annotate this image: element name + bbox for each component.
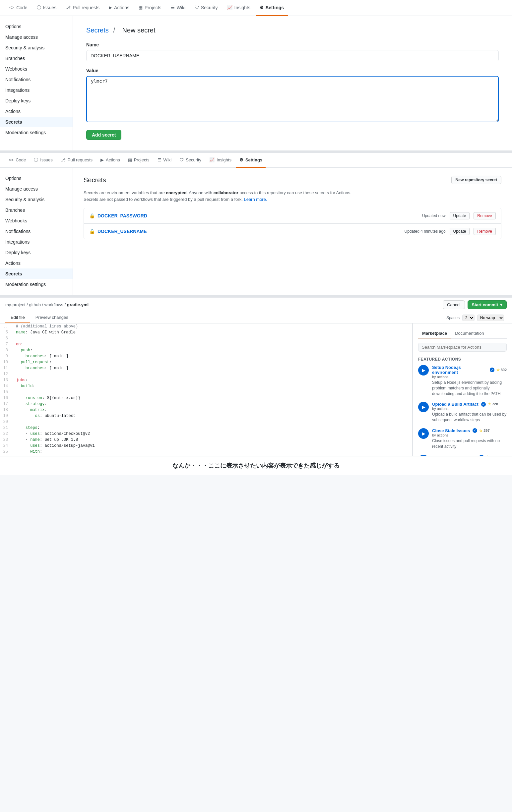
content-area-s1: Options Manage access Security & analysi… bbox=[0, 16, 512, 150]
wrap-select[interactable]: No wrapSoft wrap bbox=[477, 315, 504, 321]
learn-more-link[interactable]: Learn more. bbox=[244, 197, 267, 202]
remove-button-2[interactable]: Remove bbox=[474, 228, 496, 235]
code-line-9: 9 branches: [ main ] bbox=[0, 353, 412, 359]
section-secrets-list: <> Code ⓘ Issues ⎇ Pull requests ▶ Actio… bbox=[0, 153, 512, 298]
sidebar2-security-analysis[interactable]: Security & analysis bbox=[0, 194, 73, 205]
sidebar2-deploy-keys[interactable]: Deploy keys bbox=[0, 247, 73, 258]
add-secret-button[interactable]: Add secret bbox=[86, 130, 121, 140]
tab-documentation[interactable]: Documentation bbox=[451, 329, 488, 338]
nav-settings[interactable]: ⚙ Settings bbox=[256, 0, 288, 16]
sidebar2-secrets[interactable]: Secrets bbox=[0, 268, 73, 279]
remove-button-1[interactable]: Remove bbox=[474, 212, 496, 220]
content-area-s2: Options Manage access Security & analysi… bbox=[0, 168, 512, 295]
sidebar-branches[interactable]: Branches bbox=[0, 53, 73, 64]
nav2-settings[interactable]: ⚙ Settings bbox=[236, 153, 266, 168]
nav2-security[interactable]: 🛡 Security bbox=[176, 153, 205, 168]
verified-badge-2: ✓ bbox=[481, 402, 486, 407]
security-icon: 🛡 bbox=[195, 5, 199, 10]
action-name-1: Setup Node.js environment bbox=[432, 365, 487, 375]
sidebar-manage-access[interactable]: Manage access bbox=[0, 32, 73, 42]
code-editor[interactable]: ... # (additional lines above) 5 name: J… bbox=[0, 323, 413, 456]
nav-code[interactable]: <> Code bbox=[5, 0, 31, 16]
bottom-text: なんか・・・ここに表示させたい内容が表示できた感じがする bbox=[0, 456, 512, 475]
nav-actions[interactable]: ▶ Actions bbox=[105, 0, 133, 16]
code-line-15: 15 bbox=[0, 389, 412, 395]
sidebar-notifications[interactable]: Notifications bbox=[0, 74, 73, 85]
name-label: Name bbox=[86, 42, 499, 48]
sidebar-deploy-keys[interactable]: Deploy keys bbox=[0, 95, 73, 106]
star-icon-1: ☆ bbox=[496, 368, 500, 372]
pr-icon2: ⎇ bbox=[61, 157, 66, 163]
nav2-actions[interactable]: ▶ Actions bbox=[97, 153, 123, 168]
code-line-10: 10 pull_request: bbox=[0, 359, 412, 365]
sidebar2-notifications[interactable]: Notifications bbox=[0, 226, 73, 237]
editor-breadcrumb-path: my-project / github / workflows / bbox=[5, 302, 66, 307]
sidebar-security-analysis[interactable]: Security & analysis bbox=[0, 42, 73, 53]
pr-icon: ⎇ bbox=[66, 5, 70, 10]
editor-filename: gradle.yml bbox=[67, 302, 89, 307]
security-icon2: 🛡 bbox=[179, 157, 184, 163]
sidebar2-integrations[interactable]: Integrations bbox=[0, 237, 73, 247]
breadcrumb: Secrets / New secret bbox=[86, 27, 499, 34]
nav-projects[interactable]: ▦ Projects bbox=[135, 0, 166, 16]
secret-updated-2: Updated 4 minutes ago bbox=[404, 229, 446, 234]
marketplace-search[interactable] bbox=[418, 343, 507, 352]
sidebar2-moderation[interactable]: Moderation settings bbox=[0, 279, 73, 290]
star-icon-4: ☆ bbox=[486, 455, 489, 456]
star-icon-3: ☆ bbox=[479, 429, 482, 433]
action-icon-2: ▶ bbox=[418, 402, 429, 412]
sidebar-actions[interactable]: Actions bbox=[0, 106, 73, 117]
tab-edit-file[interactable]: Edit file bbox=[5, 312, 30, 323]
secret-updated-1: Updated now bbox=[422, 213, 446, 218]
nav-insights[interactable]: 📈 Insights bbox=[223, 0, 254, 16]
actions-icon: ▶ bbox=[109, 5, 112, 10]
name-input[interactable] bbox=[86, 50, 499, 61]
secrets-header: Secrets New repository secret bbox=[84, 176, 502, 184]
sidebar-options[interactable]: Options bbox=[0, 21, 73, 32]
breadcrumb-link[interactable]: Secrets bbox=[86, 27, 109, 34]
nav2-insights[interactable]: 📈 Insights bbox=[206, 153, 235, 168]
tab-marketplace[interactable]: Marketplace bbox=[418, 329, 451, 338]
nav-wiki[interactable]: ☰ Wiki bbox=[167, 0, 189, 16]
secret-name-2: DOCKER_USERNAME bbox=[97, 229, 147, 234]
start-commit-button[interactable]: Start commit ▾ bbox=[467, 300, 507, 309]
sidebar2-branches[interactable]: Branches bbox=[0, 205, 73, 215]
nav2-code[interactable]: <> Code bbox=[5, 153, 29, 168]
tab-preview-changes[interactable]: Preview changes bbox=[30, 312, 74, 323]
update-button-2[interactable]: Update bbox=[450, 228, 470, 235]
sidebar2-actions[interactable]: Actions bbox=[0, 258, 73, 268]
sidebar2-webhooks[interactable]: Webhooks bbox=[0, 215, 73, 226]
nav-security[interactable]: 🛡 Security bbox=[191, 0, 222, 16]
sidebar-secrets[interactable]: Secrets bbox=[0, 117, 73, 127]
nav2-projects[interactable]: ▦ Projects bbox=[125, 153, 153, 168]
nav-pullrequests[interactable]: ⎇ Pull requests bbox=[62, 0, 104, 16]
sidebar-moderation[interactable]: Moderation settings bbox=[0, 127, 73, 138]
nav2-pr[interactable]: ⎇ Pull requests bbox=[57, 153, 96, 168]
sidebar2-options[interactable]: Options bbox=[0, 173, 73, 184]
action-item-2: ▶ Upload a Build Artifact ✓ ☆ 728 by act… bbox=[418, 402, 507, 423]
cancel-button[interactable]: Cancel bbox=[443, 300, 464, 309]
name-field-group: Name bbox=[86, 42, 499, 61]
new-repository-secret-button[interactable]: New repository secret bbox=[451, 176, 502, 184]
nav-issues[interactable]: ⓘ Issues bbox=[33, 0, 60, 16]
mp-tabs: Marketplace Documentation bbox=[418, 329, 507, 339]
action-by-3: by actions bbox=[432, 433, 507, 437]
update-button-1[interactable]: Update bbox=[450, 212, 470, 220]
insights-icon2: 📈 bbox=[209, 157, 215, 163]
secrets-title: Secrets bbox=[84, 176, 106, 184]
code-icon: <> bbox=[9, 5, 14, 10]
spaces-select[interactable]: 24 bbox=[462, 315, 475, 321]
value-textarea[interactable] bbox=[86, 76, 499, 122]
sidebar-integrations[interactable]: Integrations bbox=[0, 85, 73, 95]
breadcrumb-sep: / bbox=[113, 27, 115, 34]
nav2-wiki[interactable]: ☰ Wiki bbox=[154, 153, 175, 168]
editor-breadcrumb: my-project / github / workflows / gradle… bbox=[5, 302, 89, 307]
secret-row-docker-username: 🔒 DOCKER_USERNAME Updated 4 minutes ago … bbox=[84, 224, 501, 239]
nav2-issues[interactable]: ⓘ Issues bbox=[30, 153, 56, 168]
spaces-label: Spaces bbox=[446, 316, 460, 320]
section-editor: my-project / github / workflows / gradle… bbox=[0, 298, 512, 456]
sidebar2-manage-access[interactable]: Manage access bbox=[0, 184, 73, 194]
sidebar-webhooks[interactable]: Webhooks bbox=[0, 64, 73, 74]
main-s1: Secrets / New secret Name Value Add secr… bbox=[73, 16, 512, 150]
code-line-17: 17 strategy: bbox=[0, 401, 412, 407]
